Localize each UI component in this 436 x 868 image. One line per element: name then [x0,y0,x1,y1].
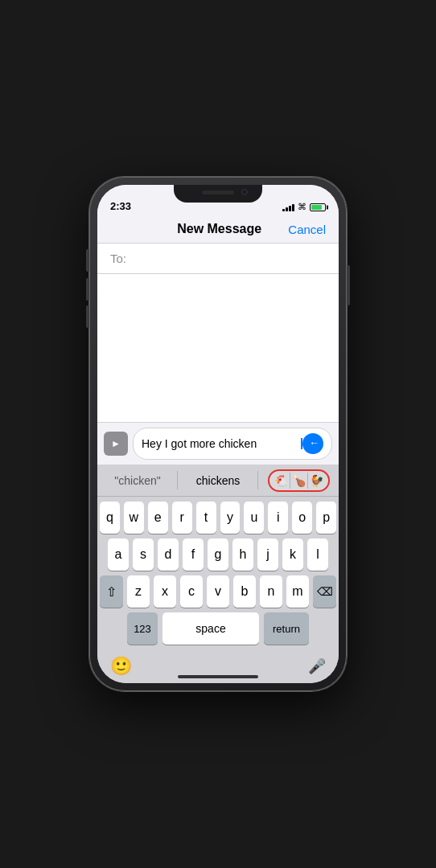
key-j[interactable]: j [257,538,278,571]
wifi-icon: ⌘ [298,202,306,212]
space-key[interactable]: space [162,612,259,645]
home-indicator [178,675,258,678]
key-v[interactable]: v [207,575,229,608]
key-w[interactable]: w [124,502,144,534]
emoji-divider-2 [307,473,308,489]
emoji-key[interactable]: 🙂 [110,656,132,677]
key-t[interactable]: t [196,502,216,534]
key-n[interactable]: n [260,575,282,608]
expand-button[interactable]: ► [104,432,128,456]
key-p[interactable]: p [316,502,336,534]
key-k[interactable]: k [282,538,303,571]
key-g[interactable]: g [208,538,228,571]
emoji-chicken-1[interactable]: 🐔 [274,474,288,487]
predictive-item-2[interactable]: chickens [178,465,258,496]
key-q[interactable]: q [100,502,120,534]
cancel-button[interactable]: Cancel [288,223,326,236]
battery-fill [311,205,322,210]
key-d[interactable]: d [158,538,179,571]
key-i[interactable]: i [268,502,288,534]
shift-key[interactable]: ⇧ [100,575,123,608]
keyboard-bottom: 🙂 🎤 [97,653,339,683]
emoji-chicken-3[interactable]: 🐓 [310,474,323,487]
camera [241,189,248,195]
emoji-divider-1 [290,473,290,489]
message-text: Hey I got more chicken [142,437,300,450]
to-label: To: [110,252,126,265]
key-c[interactable]: c [180,575,203,608]
key-x[interactable]: x [154,575,176,608]
key-r[interactable]: r [172,502,192,534]
keyboard: q w e r t y u i o p a s d f g h j k [97,497,339,653]
keyboard-row-4: 123 space return [100,612,336,645]
notch [174,185,262,203]
signal-icon [282,203,294,211]
to-field[interactable]: To: [97,244,339,274]
signal-bar-3 [289,206,291,211]
predictive-bar: "chicken" chickens 🐔 🍗 🐓 [97,465,339,497]
return-key[interactable]: return [264,612,309,645]
predictive-emoji-group[interactable]: 🐔 🍗 🐓 [258,465,339,496]
battery-icon [310,203,326,211]
message-area[interactable] [97,274,339,422]
to-input[interactable] [131,252,326,265]
predictive-item-1[interactable]: "chicken" [97,465,178,496]
send-icon: ↑ [307,440,319,446]
signal-bar-4 [292,204,294,211]
key-z[interactable]: z [127,575,150,608]
key-a[interactable]: a [108,538,129,571]
phone-screen: 2:33 ⌘ New Message Cancel To: [97,185,339,683]
microphone-key[interactable]: 🎤 [308,657,326,675]
emoji-chicken-2[interactable]: 🍗 [292,474,306,487]
status-icons: ⌘ [282,202,326,212]
emoji-suggestions: 🐔 🍗 🐓 [268,469,330,492]
key-e[interactable]: e [148,502,168,534]
send-button[interactable]: ↑ [302,433,323,454]
key-m[interactable]: m [286,575,309,608]
keyboard-row-1: q w e r t y u i o p [100,502,336,534]
numbers-key[interactable]: 123 [127,612,158,645]
key-b[interactable]: b [233,575,256,608]
key-u[interactable]: u [244,502,264,534]
key-s[interactable]: s [133,538,154,571]
nav-title: New Message [150,222,288,236]
key-l[interactable]: l [307,538,328,571]
nav-bar: New Message Cancel [97,215,339,244]
signal-bar-1 [282,209,285,211]
key-h[interactable]: h [232,538,253,571]
delete-key[interactable]: ⌫ [313,575,336,608]
phone-frame: 2:33 ⌘ New Message Cancel To: [89,177,347,691]
input-row: ► Hey I got more chicken ↑ [97,422,339,465]
keyboard-row-3: ⇧ z x c v b n m ⌫ [100,575,336,608]
signal-bar-2 [286,207,288,211]
key-f[interactable]: f [183,538,204,571]
key-y[interactable]: y [220,502,241,534]
key-o[interactable]: o [292,502,312,534]
expand-icon: ► [111,438,121,449]
speaker [202,190,234,194]
keyboard-row-2: a s d f g h j k l [100,538,336,571]
message-input-container[interactable]: Hey I got more chicken ↑ [133,428,332,460]
